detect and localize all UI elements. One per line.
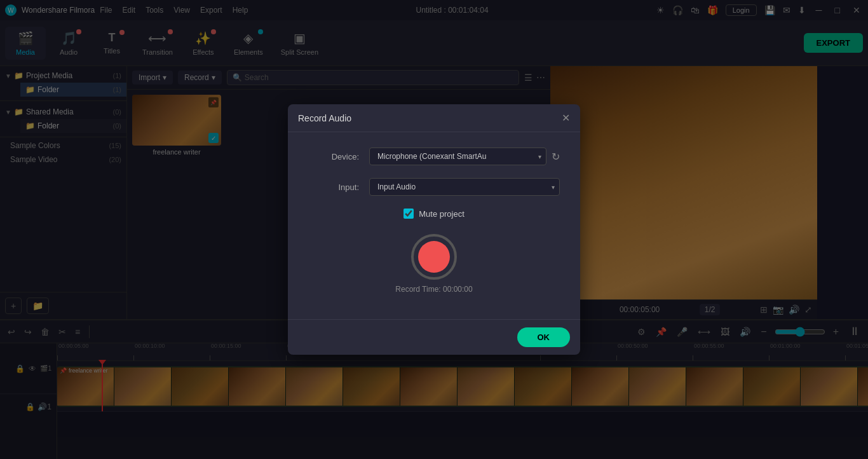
mute-project-checkbox[interactable] [403,209,414,219]
dialog-close-button[interactable]: ✕ [562,112,570,124]
input-select[interactable]: Input Audio [369,178,560,196]
record-button-area: Record Time: 00:00:00 [308,234,560,294]
device-row: Device: Microphone (Conexant SmartAu ▾ ↻ [308,147,560,165]
dialog-footer: OK [288,319,580,355]
record-audio-dialog: Record Audio ✕ Device: Microphone (Conex… [288,104,580,355]
input-select-wrapper: Input Audio ▾ [369,178,560,196]
record-time-label: Record Time: 00:00:00 [395,285,472,294]
dialog-header: Record Audio ✕ [288,104,580,132]
start-record-button[interactable] [411,234,457,280]
refresh-button[interactable]: ↻ [552,151,560,163]
dialog-title: Record Audio [298,113,351,123]
dialog-overlay: Record Audio ✕ Device: Microphone (Conex… [0,0,868,459]
device-select-wrapper: Microphone (Conexant SmartAu ▾ [369,147,546,165]
ok-button[interactable]: OK [517,327,571,347]
mute-project-label: Mute project [419,209,465,219]
record-circle-inner [418,241,450,273]
device-select[interactable]: Microphone (Conexant SmartAu [369,147,546,165]
input-row: Input: Input Audio ▾ [308,178,560,196]
dialog-body: Device: Microphone (Conexant SmartAu ▾ ↻… [288,132,580,319]
mute-project-row: Mute project [308,209,560,219]
input-label: Input: [308,182,359,192]
device-label: Device: [308,152,359,161]
